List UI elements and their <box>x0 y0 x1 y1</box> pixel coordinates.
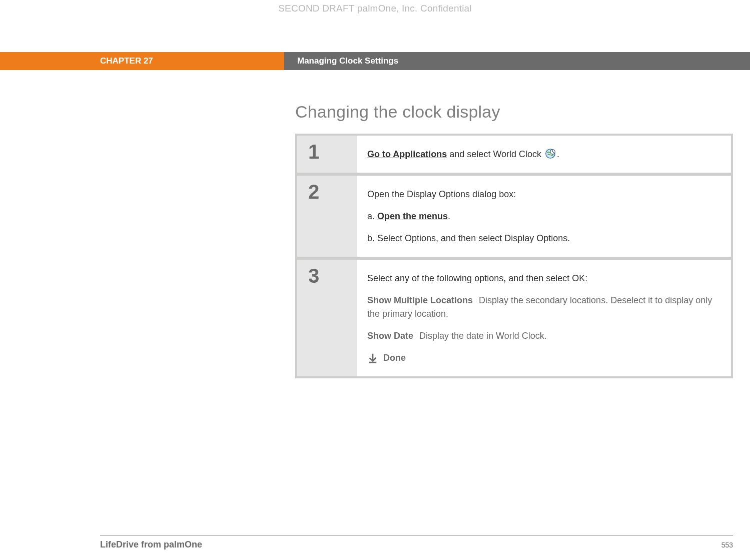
step-3-intro: Select any of the following options, and… <box>367 272 717 285</box>
main-content: Changing the clock display 1 Go to Appli… <box>295 102 733 378</box>
footer-rule <box>100 535 733 535</box>
world-clock-icon <box>545 148 556 159</box>
step-body: Select any of the following options, and… <box>357 260 731 376</box>
chapter-label: CHAPTER 27 <box>0 52 284 70</box>
step-1: 1 Go to Applications and select World Cl… <box>297 136 731 173</box>
chapter-banner: CHAPTER 27 Managing Clock Settings <box>0 52 750 70</box>
step-2-sub-b: b. Select Options, and then select Displ… <box>367 232 717 245</box>
footer-page-number: 553 <box>721 541 733 549</box>
done-label: Done <box>383 351 406 364</box>
step-number: 1 <box>297 136 357 173</box>
step-2: 2 Open the Display Options dialog box: a… <box>297 173 731 257</box>
done-indicator: Done <box>367 351 717 364</box>
step-1-period: . <box>557 149 559 159</box>
step-number: 3 <box>297 260 357 376</box>
sub-a-suffix: . <box>448 211 450 221</box>
document-page: SECOND DRAFT palmOne, Inc. Confidential … <box>0 0 750 560</box>
arrow-down-icon <box>367 352 378 363</box>
step-body: Open the Display Options dialog box: a. … <box>357 176 731 257</box>
sub-a-prefix: a. <box>367 211 377 221</box>
chapter-title: Managing Clock Settings <box>284 52 750 70</box>
watermark-text: SECOND DRAFT palmOne, Inc. Confidential <box>0 3 750 14</box>
step-1-after-link: and select World Clock <box>447 149 544 159</box>
option-show-date: Show DateDisplay the date in World Clock… <box>367 329 717 342</box>
footer-product: LifeDrive from palmOne <box>100 539 202 550</box>
option-description: Display the date in World Clock. <box>419 331 547 341</box>
steps-container: 1 Go to Applications and select World Cl… <box>295 134 733 378</box>
step-1-text: Go to Applications and select World Cloc… <box>367 148 717 161</box>
step-number: 2 <box>297 176 357 257</box>
option-label: Show Multiple Locations <box>367 295 473 305</box>
svg-point-1 <box>550 150 555 155</box>
option-label: Show Date <box>367 331 413 341</box>
step-2-sub-a: a. Open the menus. <box>367 210 717 223</box>
step-body: Go to Applications and select World Cloc… <box>357 136 731 173</box>
option-show-multiple-locations: Show Multiple LocationsDisplay the secon… <box>367 294 717 320</box>
page-footer: LifeDrive from palmOne 553 <box>100 535 733 550</box>
step-2-intro: Open the Display Options dialog box: <box>367 188 717 201</box>
footer-row: LifeDrive from palmOne 553 <box>100 539 733 550</box>
step-3: 3 Select any of the following options, a… <box>297 257 731 376</box>
open-the-menus-link[interactable]: Open the menus <box>377 211 448 221</box>
section-heading: Changing the clock display <box>295 102 733 122</box>
go-to-applications-link[interactable]: Go to Applications <box>367 149 447 159</box>
